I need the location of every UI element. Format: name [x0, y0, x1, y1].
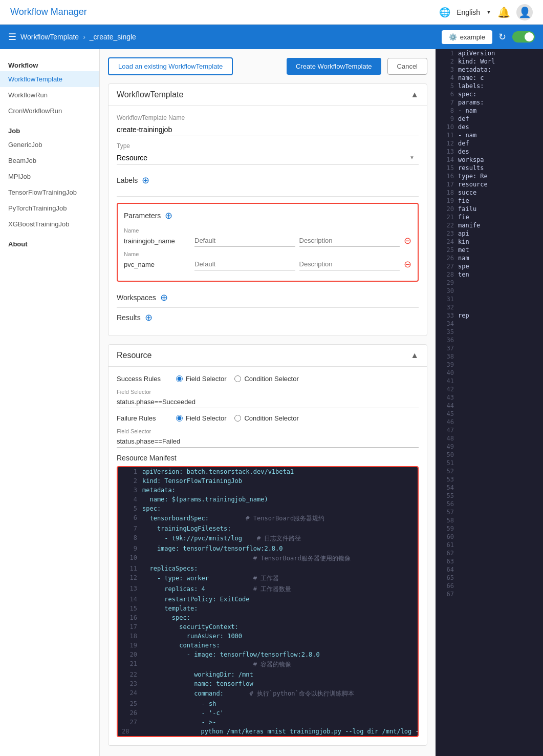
- right-panel-line-54: 54: [436, 484, 543, 492]
- manifest-editor[interactable]: 1apiVersion: batch.tensorstack.dev/v1bet…: [117, 466, 419, 737]
- right-panel-line-19: 19 fie: [436, 197, 543, 205]
- failure-field-radio[interactable]: [176, 415, 183, 422]
- resource-card-title: Resource: [117, 351, 151, 360]
- manifest-line-23: 23 name: tensorflow: [118, 679, 418, 688]
- wt-card-body: WorkflowTemplate Name Type Resource Labe…: [108, 106, 427, 335]
- wt-card-title: WorkflowTemplate: [117, 90, 183, 99]
- refresh-button[interactable]: ↻: [496, 29, 508, 45]
- manifest-line-26: 26 - '-c': [118, 708, 418, 718]
- sidebar-item-tensorflowtrainingjob[interactable]: TensorFlowTrainingJob: [0, 184, 99, 200]
- header-right: 🌐 English ▼ 🔔 👤: [439, 4, 533, 20]
- create-button[interactable]: Create WorkflowTemplate: [287, 58, 381, 75]
- add-label-button[interactable]: ⊕: [142, 175, 149, 186]
- right-panel-line-66: 66: [436, 582, 543, 590]
- sidebar-item-mpijob[interactable]: MPIJob: [0, 169, 99, 184]
- success-condition-radio[interactable]: [234, 375, 241, 382]
- wt-card-header: WorkflowTemplate ▲: [108, 84, 427, 106]
- sidebar: Workflow WorkflowTemplate WorkflowRun Cr…: [0, 49, 100, 756]
- breadcrumb-item2[interactable]: _create_single: [90, 33, 136, 41]
- add-param-button[interactable]: ⊕: [165, 210, 172, 221]
- remove-param1-button[interactable]: ⊖: [404, 235, 411, 246]
- sidebar-item-workflowtemplate[interactable]: WorkflowTemplate: [0, 71, 99, 87]
- param-row-1: Name trainingjob_name ⊖: [124, 227, 411, 247]
- user-avatar[interactable]: 👤: [516, 4, 533, 20]
- add-result-button[interactable]: ⊕: [145, 312, 153, 323]
- resource-collapse-icon[interactable]: ▲: [410, 351, 419, 360]
- menu-icon[interactable]: ☰: [8, 31, 16, 43]
- labels-row: Labels ⊕: [117, 171, 419, 190]
- right-panel-line-6: 6spec:: [436, 90, 543, 98]
- manifest-line-3: 3metadata:: [118, 486, 418, 495]
- toggle-switch[interactable]: [512, 31, 535, 43]
- sidebar-section-job: Job: [0, 123, 99, 137]
- manifest-line-2: 2kind: TensorFlowTrainingJob: [118, 476, 418, 486]
- action-bar-right: Create WorkflowTemplate Cancel: [287, 58, 427, 75]
- sidebar-item-workflowrun[interactable]: WorkflowRun: [0, 87, 99, 103]
- example-button[interactable]: ⚙️ example: [442, 30, 492, 44]
- param2-row: pvc_name ⊖: [124, 258, 411, 270]
- right-panel-line-51: 51: [436, 459, 543, 467]
- failure-condition-radio[interactable]: [234, 415, 241, 422]
- breadcrumb-separator: ›: [83, 33, 85, 41]
- right-panel-line-27: 27 spe: [436, 262, 543, 270]
- right-panel-line-8: 8 - nam: [436, 107, 543, 115]
- param2-name-sublabel: Name: [124, 251, 411, 257]
- param1-name-sublabel: Name: [124, 227, 411, 234]
- failure-rules-row: Failure Rules Field Selector Condition S…: [117, 414, 419, 422]
- failure-field-selector-option[interactable]: Field Selector: [176, 414, 226, 422]
- remove-param2-button[interactable]: ⊖: [404, 259, 411, 270]
- param1-default[interactable]: [194, 235, 295, 247]
- param2-description[interactable]: [299, 258, 400, 270]
- manifest-title: Resource Manifest: [117, 454, 419, 462]
- sidebar-item-xgboosttrainingjob[interactable]: XGBoostTrainingJob: [0, 216, 99, 232]
- action-bar-left: Load an existing WorkflowTemplate: [108, 57, 233, 75]
- add-workspace-button[interactable]: ⊕: [160, 292, 168, 303]
- params-title: Parameters: [124, 212, 161, 220]
- success-field-label: Field Selector: [117, 389, 419, 395]
- right-panel-line-52: 52: [436, 467, 543, 475]
- breadcrumb-item1[interactable]: WorkflowTemplate: [20, 33, 79, 41]
- wt-name-label: WorkflowTemplate Name: [117, 114, 419, 121]
- wt-name-input[interactable]: [117, 123, 419, 136]
- right-panel-line-61: 61: [436, 541, 543, 549]
- right-panel-line-42: 42: [436, 385, 543, 393]
- sidebar-item-genericjob[interactable]: GenericJob: [0, 137, 99, 153]
- right-panel-line-43: 43: [436, 393, 543, 402]
- cancel-button[interactable]: Cancel: [387, 58, 427, 75]
- success-condition-selector-label: Condition Selector: [244, 375, 298, 383]
- wt-type-label: Type: [117, 142, 419, 150]
- translate-icon: 🌐: [439, 7, 450, 18]
- right-panel-line-14: 14 workspa: [436, 156, 543, 164]
- right-panel-line-15: 15 results: [436, 164, 543, 172]
- manifest-line-4: 4 name: $(params.trainingjob_name): [118, 495, 418, 504]
- load-button[interactable]: Load an existing WorkflowTemplate: [108, 57, 233, 75]
- sidebar-item-pytorchtrainingjob[interactable]: PyTorchTrainingJob: [0, 200, 99, 216]
- param2-default[interactable]: [194, 258, 295, 270]
- failure-field-label: Field Selector: [117, 428, 419, 434]
- right-panel-line-23: 23 api: [436, 229, 543, 238]
- success-field-selector-option[interactable]: Field Selector: [176, 375, 226, 383]
- success-condition-selector-option[interactable]: Condition Selector: [234, 375, 298, 383]
- failure-field-value: status.phase==Failed: [117, 435, 419, 448]
- right-panel-line-29: 29: [436, 279, 543, 287]
- failure-rules-label: Failure Rules: [117, 414, 168, 422]
- breadcrumb-bar: ☰ WorkflowTemplate › _create_single ⚙️ e…: [0, 25, 543, 49]
- manifest-line-11: 11 replicaSpecs:: [118, 564, 418, 573]
- failure-condition-selector-option[interactable]: Condition Selector: [234, 414, 298, 422]
- param1-description[interactable]: [299, 235, 400, 247]
- right-panel-line-35: 35: [436, 328, 543, 336]
- parameters-section: Parameters ⊕ Name trainingjob_name ⊖: [117, 203, 419, 282]
- notification-icon[interactable]: 🔔: [497, 6, 510, 18]
- main-layout: Workflow WorkflowTemplate WorkflowRun Cr…: [0, 49, 543, 756]
- failure-field-selector-label: Field Selector: [186, 414, 226, 422]
- wt-collapse-icon[interactable]: ▲: [410, 90, 419, 99]
- success-field-radio[interactable]: [176, 375, 183, 382]
- right-panel-line-57: 57: [436, 508, 543, 516]
- right-panel-line-45: 45: [436, 410, 543, 418]
- right-panel-line-5: 5 labels:: [436, 82, 543, 90]
- sidebar-item-beamjob[interactable]: BeamJob: [0, 153, 99, 169]
- manifest-line-14: 14 restartPolicy: ExitCode: [118, 595, 418, 604]
- wt-type-select[interactable]: Resource: [117, 152, 419, 164]
- sidebar-item-cronworkflowrun[interactable]: CronWorkflowRun: [0, 103, 99, 119]
- resource-card-body: Success Rules Field Selector Condition S…: [108, 367, 427, 745]
